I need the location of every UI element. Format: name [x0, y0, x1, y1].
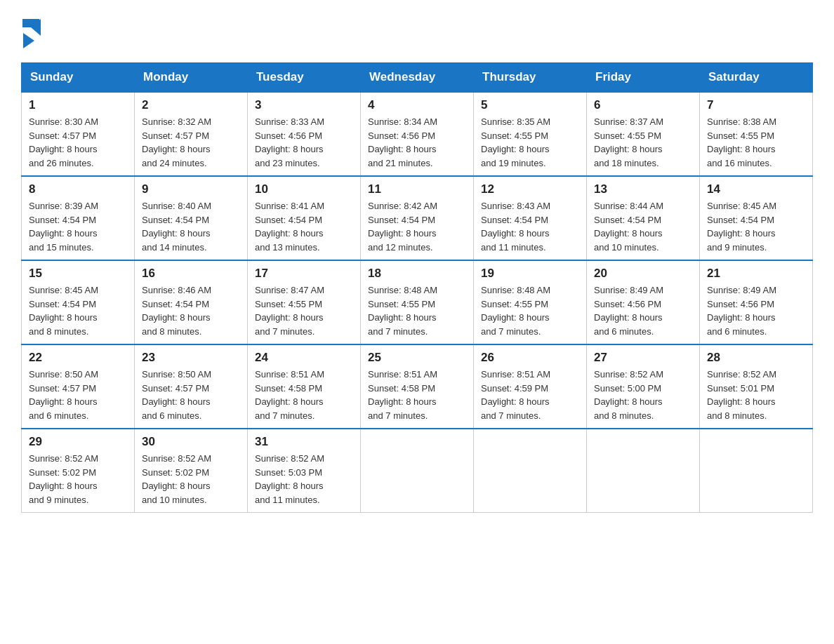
day-info: Sunrise: 8:51 AM Sunset: 4:59 PM Dayligh…: [481, 368, 579, 422]
day-number: 21: [707, 267, 805, 281]
day-number: 29: [29, 435, 127, 449]
day-info: Sunrise: 8:39 AM Sunset: 4:54 PM Dayligh…: [29, 199, 127, 254]
day-info: Sunrise: 8:41 AM Sunset: 4:54 PM Dayligh…: [255, 199, 353, 254]
day-info: Sunrise: 8:50 AM Sunset: 4:57 PM Dayligh…: [29, 368, 127, 422]
day-info: Sunrise: 8:48 AM Sunset: 4:55 PM Dayligh…: [481, 283, 579, 338]
day-number: 17: [255, 267, 353, 281]
calendar-cell-day-12: 12 Sunrise: 8:43 AM Sunset: 4:54 PM Dayl…: [474, 176, 587, 260]
day-number: 20: [594, 267, 692, 281]
day-number: 10: [255, 182, 353, 196]
calendar-header-row: SundayMondayTuesdayWednesdayThursdayFrid…: [22, 63, 813, 93]
day-number: 7: [707, 98, 805, 112]
day-info: Sunrise: 8:52 AM Sunset: 5:03 PM Dayligh…: [255, 452, 353, 507]
calendar-header-saturday: Saturday: [700, 63, 813, 93]
calendar-cell-day-11: 11 Sunrise: 8:42 AM Sunset: 4:54 PM Dayl…: [361, 176, 474, 260]
calendar-cell-day-18: 18 Sunrise: 8:48 AM Sunset: 4:55 PM Dayl…: [361, 260, 474, 344]
empty-cell: [700, 429, 813, 513]
calendar-cell-day-17: 17 Sunrise: 8:47 AM Sunset: 4:55 PM Dayl…: [248, 260, 361, 344]
day-info: Sunrise: 8:49 AM Sunset: 4:56 PM Dayligh…: [707, 283, 805, 338]
calendar-cell-day-6: 6 Sunrise: 8:37 AM Sunset: 4:55 PM Dayli…: [587, 92, 700, 176]
calendar-week-row: 29 Sunrise: 8:52 AM Sunset: 5:02 PM Dayl…: [22, 429, 813, 513]
day-number: 12: [481, 182, 579, 196]
calendar-header-monday: Monday: [135, 63, 248, 93]
day-info: Sunrise: 8:38 AM Sunset: 4:55 PM Dayligh…: [707, 115, 805, 170]
calendar-cell-day-25: 25 Sunrise: 8:51 AM Sunset: 4:58 PM Dayl…: [361, 344, 474, 429]
day-info: Sunrise: 8:45 AM Sunset: 4:54 PM Dayligh…: [707, 199, 805, 254]
day-info: Sunrise: 8:52 AM Sunset: 5:00 PM Dayligh…: [594, 368, 692, 422]
calendar-cell-day-28: 28 Sunrise: 8:52 AM Sunset: 5:01 PM Dayl…: [700, 344, 813, 429]
day-number: 9: [142, 182, 240, 196]
day-number: 19: [481, 267, 579, 281]
calendar-cell-day-29: 29 Sunrise: 8:52 AM Sunset: 5:02 PM Dayl…: [22, 429, 135, 513]
calendar-header-wednesday: Wednesday: [361, 63, 474, 93]
calendar-header-friday: Friday: [587, 63, 700, 93]
day-info: Sunrise: 8:46 AM Sunset: 4:54 PM Dayligh…: [142, 283, 240, 338]
calendar-cell-day-8: 8 Sunrise: 8:39 AM Sunset: 4:54 PM Dayli…: [22, 176, 135, 260]
day-number: 4: [368, 98, 466, 112]
day-number: 3: [255, 98, 353, 112]
calendar-header-sunday: Sunday: [22, 63, 135, 93]
day-number: 11: [368, 182, 466, 196]
calendar-cell-day-1: 1 Sunrise: 8:30 AM Sunset: 4:57 PM Dayli…: [22, 92, 135, 176]
day-number: 5: [481, 98, 579, 112]
calendar-cell-day-5: 5 Sunrise: 8:35 AM Sunset: 4:55 PM Dayli…: [474, 92, 587, 176]
day-number: 27: [594, 351, 692, 365]
day-number: 22: [29, 351, 127, 365]
calendar-cell-day-14: 14 Sunrise: 8:45 AM Sunset: 4:54 PM Dayl…: [700, 176, 813, 260]
day-number: 31: [255, 435, 353, 449]
day-number: 14: [707, 182, 805, 196]
calendar-cell-day-2: 2 Sunrise: 8:32 AM Sunset: 4:57 PM Dayli…: [135, 92, 248, 176]
day-info: Sunrise: 8:47 AM Sunset: 4:55 PM Dayligh…: [255, 283, 353, 338]
day-info: Sunrise: 8:50 AM Sunset: 4:57 PM Dayligh…: [142, 368, 240, 422]
day-info: Sunrise: 8:49 AM Sunset: 4:56 PM Dayligh…: [594, 283, 692, 338]
calendar-cell-day-15: 15 Sunrise: 8:45 AM Sunset: 4:54 PM Dayl…: [22, 260, 135, 344]
day-info: Sunrise: 8:52 AM Sunset: 5:02 PM Dayligh…: [142, 452, 240, 507]
calendar-cell-day-3: 3 Sunrise: 8:33 AM Sunset: 4:56 PM Dayli…: [248, 92, 361, 176]
day-info: Sunrise: 8:40 AM Sunset: 4:54 PM Dayligh…: [142, 199, 240, 254]
day-info: Sunrise: 8:51 AM Sunset: 4:58 PM Dayligh…: [368, 368, 466, 422]
day-info: Sunrise: 8:52 AM Sunset: 5:02 PM Dayligh…: [29, 452, 127, 507]
empty-cell: [587, 429, 700, 513]
day-number: 30: [142, 435, 240, 449]
calendar-cell-day-22: 22 Sunrise: 8:50 AM Sunset: 4:57 PM Dayl…: [22, 344, 135, 429]
day-info: Sunrise: 8:34 AM Sunset: 4:56 PM Dayligh…: [368, 115, 466, 170]
day-number: 28: [707, 351, 805, 365]
day-number: 24: [255, 351, 353, 365]
calendar-cell-day-10: 10 Sunrise: 8:41 AM Sunset: 4:54 PM Dayl…: [248, 176, 361, 260]
day-number: 23: [142, 351, 240, 365]
day-info: Sunrise: 8:37 AM Sunset: 4:55 PM Dayligh…: [594, 115, 692, 170]
day-info: Sunrise: 8:43 AM Sunset: 4:54 PM Dayligh…: [481, 199, 579, 254]
day-info: Sunrise: 8:44 AM Sunset: 4:54 PM Dayligh…: [594, 199, 692, 254]
logo-chevron-icon: [23, 33, 34, 48]
calendar-cell-day-24: 24 Sunrise: 8:51 AM Sunset: 4:58 PM Dayl…: [248, 344, 361, 429]
calendar-week-row: 15 Sunrise: 8:45 AM Sunset: 4:54 PM Dayl…: [22, 260, 813, 344]
day-info: Sunrise: 8:30 AM Sunset: 4:57 PM Dayligh…: [29, 115, 127, 170]
day-info: Sunrise: 8:42 AM Sunset: 4:54 PM Dayligh…: [368, 199, 466, 254]
logo: [21, 14, 41, 48]
empty-cell: [474, 429, 587, 513]
calendar-week-row: 8 Sunrise: 8:39 AM Sunset: 4:54 PM Dayli…: [22, 176, 813, 260]
calendar-cell-day-23: 23 Sunrise: 8:50 AM Sunset: 4:57 PM Dayl…: [135, 344, 248, 429]
calendar-cell-day-16: 16 Sunrise: 8:46 AM Sunset: 4:54 PM Dayl…: [135, 260, 248, 344]
day-info: Sunrise: 8:45 AM Sunset: 4:54 PM Dayligh…: [29, 283, 127, 338]
calendar-header-thursday: Thursday: [474, 63, 587, 93]
calendar-cell-day-21: 21 Sunrise: 8:49 AM Sunset: 4:56 PM Dayl…: [700, 260, 813, 344]
day-number: 26: [481, 351, 579, 365]
day-number: 25: [368, 351, 466, 365]
empty-cell: [361, 429, 474, 513]
day-number: 15: [29, 267, 127, 281]
calendar-header-tuesday: Tuesday: [248, 63, 361, 93]
day-info: Sunrise: 8:52 AM Sunset: 5:01 PM Dayligh…: [707, 368, 805, 422]
calendar-cell-day-30: 30 Sunrise: 8:52 AM Sunset: 5:02 PM Dayl…: [135, 429, 248, 513]
day-number: 16: [142, 267, 240, 281]
day-number: 6: [594, 98, 692, 112]
calendar-cell-day-26: 26 Sunrise: 8:51 AM Sunset: 4:59 PM Dayl…: [474, 344, 587, 429]
calendar-cell-day-27: 27 Sunrise: 8:52 AM Sunset: 5:00 PM Dayl…: [587, 344, 700, 429]
calendar-cell-day-9: 9 Sunrise: 8:40 AM Sunset: 4:54 PM Dayli…: [135, 176, 248, 260]
day-info: Sunrise: 8:33 AM Sunset: 4:56 PM Dayligh…: [255, 115, 353, 170]
day-info: Sunrise: 8:51 AM Sunset: 4:58 PM Dayligh…: [255, 368, 353, 422]
day-number: 2: [142, 98, 240, 112]
day-info: Sunrise: 8:48 AM Sunset: 4:55 PM Dayligh…: [368, 283, 466, 338]
day-info: Sunrise: 8:35 AM Sunset: 4:55 PM Dayligh…: [481, 115, 579, 170]
calendar-table: SundayMondayTuesdayWednesdayThursdayFrid…: [21, 62, 813, 513]
